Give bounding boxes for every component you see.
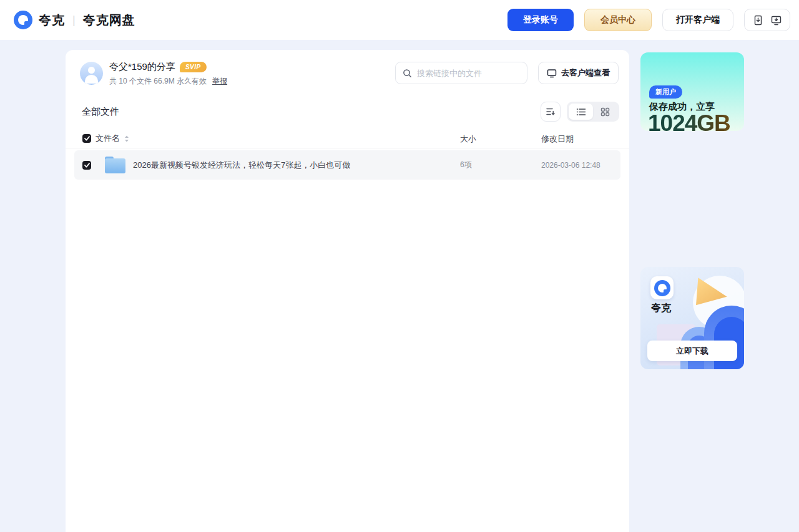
row-checkbox[interactable] — [82, 161, 91, 170]
search-input[interactable] — [417, 69, 520, 78]
svip-badge: SVIP — [180, 62, 207, 72]
quark-app-icon — [650, 276, 674, 299]
view-toggle — [567, 102, 619, 122]
open-client-button[interactable]: 打开客户端 — [662, 9, 733, 31]
sort-arrows-icon[interactable] — [124, 135, 129, 142]
section-title-all-files: 全部文件 — [82, 106, 119, 118]
brand-divider: | — [72, 14, 76, 27]
folder-icon — [105, 157, 125, 173]
check-icon — [84, 136, 90, 141]
product-name: 夸克网盘 — [83, 12, 135, 29]
report-link[interactable]: 举报 — [212, 76, 227, 87]
header-actions: 登录账号 会员中心 打开客户端 — [507, 9, 790, 31]
login-button[interactable]: 登录账号 — [507, 9, 574, 31]
view-in-client-button[interactable]: 去客户端查看 — [538, 62, 619, 84]
list-view-button[interactable] — [569, 104, 593, 120]
search-icon — [403, 69, 412, 78]
share-meta: 共 10 个文件 66.9M 永久有效 举报 — [109, 76, 227, 87]
list-view-icon — [576, 108, 586, 116]
brand-name: 夸克 — [39, 12, 65, 29]
view-in-client-label: 去客户端查看 — [561, 67, 610, 79]
file-name[interactable]: 2026最新视频号银发经济玩法，轻松每天7张起，小白也可做 — [133, 160, 350, 171]
share-panel: 夸父*159的分享 SVIP 共 10 个文件 66.9M 永久有效 举报 去客… — [66, 50, 629, 532]
brand-group[interactable]: 夸克 | 夸克网盘 — [14, 11, 135, 29]
column-size-label[interactable]: 大小 — [460, 133, 476, 145]
grid-view-icon — [600, 107, 610, 117]
monitor-icon — [547, 69, 557, 78]
mobile-download-icon[interactable] — [753, 15, 763, 26]
sort-order-button[interactable] — [541, 102, 561, 122]
file-size: 6项 — [460, 160, 472, 170]
file-table-header: 文件名 大小 修改日期 — [66, 130, 629, 148]
quark-logo-icon — [654, 280, 670, 296]
column-name-label[interactable]: 文件名 — [96, 133, 120, 144]
share-meta-text: 共 10 个文件 66.9M 永久有效 — [109, 76, 207, 87]
download-icon-group — [744, 9, 790, 31]
top-header: 夸克 | 夸克网盘 登录账号 会员中心 打开客户端 — [0, 0, 799, 40]
select-all-checkbox[interactable] — [82, 134, 91, 143]
app-download-card[interactable]: 夸克 立即下载 — [640, 267, 744, 369]
new-user-promo-banner[interactable]: 新用户 保存成功，立享 1024GB — [640, 52, 744, 131]
search-box[interactable] — [395, 62, 527, 84]
app-name: 夸克 — [651, 302, 671, 315]
file-modified-date: 2026-03-06 12:48 — [541, 161, 600, 170]
file-row[interactable]: 2026最新视频号银发经济玩法，轻松每天7张起，小白也可做 6项 2026-03… — [74, 150, 620, 180]
grid-view-button[interactable] — [593, 104, 617, 120]
promo-text-line2: 1024GB — [648, 110, 730, 131]
sort-icon — [546, 107, 556, 116]
column-modified-label[interactable]: 修改日期 — [541, 133, 574, 145]
table-header-divider — [66, 148, 629, 148]
vip-center-button[interactable]: 会员中心 — [584, 9, 652, 31]
new-user-badge: 新用户 — [649, 85, 682, 99]
download-now-button[interactable]: 立即下载 — [647, 341, 737, 361]
share-owner-name: 夸父*159的分享 — [109, 61, 175, 73]
avatar — [80, 62, 103, 85]
check-icon — [84, 163, 90, 168]
quark-logo-icon — [14, 11, 32, 29]
desktop-download-icon[interactable] — [771, 15, 782, 26]
owner-line: 夸父*159的分享 SVIP — [109, 61, 207, 73]
